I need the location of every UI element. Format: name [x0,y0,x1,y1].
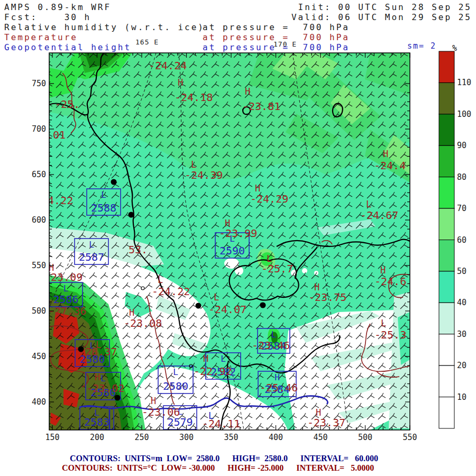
x-axis-label: 450 [313,433,327,442]
temp-extremum-value: -23.99 [219,227,257,240]
station-dot [115,395,121,401]
colorbar-segment [439,240,454,271]
contour-info-height: CONTOURS: UNITS=m LOW= 2580.0 HIGH= 2580… [70,454,378,463]
colorbar-segment [439,114,454,145]
temp-extremum-letter: H [380,265,386,276]
height-extremum-letter: L [63,283,69,294]
temp-extremum-letter: H [151,396,156,406]
x-axis-label: 550 [402,433,417,442]
colorbar-tick-label: 60 [457,235,466,245]
height-extremum-value: 2587 [79,251,104,263]
height-extremum-letter: L [173,367,178,377]
height-extremum-letter: L [221,354,226,364]
station-dot [196,303,202,309]
temp-extremum-value: -24.22 [152,285,190,298]
temp-extremum-value: -23.46 [252,339,290,352]
height-extremum-value: 2580 [163,380,188,392]
temp-extremum-letter: H [178,77,183,88]
colorbar-tick-label: 100 [457,109,471,119]
contour-info-temperature: CONTOURS: UNITS=°C LOW= -30.000 HIGH= -2… [62,463,374,473]
colorbar-segment [439,51,454,83]
temp-extremum-letter: L [214,292,219,303]
temp-extremum-value: -23.75 [308,291,346,304]
colorbar-tick-label: 90 [457,141,466,150]
temp-extremum-value: -25.46 [260,381,298,394]
y-axis-label: 550 [32,261,46,270]
x-axis-label: 500 [358,433,372,442]
y-axis-label: 450 [32,352,46,361]
temp-extremum-value: -24.22 [35,194,73,207]
temp-extremum-value: -22.92 [194,365,232,378]
temp-extremum-value: -23.08 [124,317,162,329]
temp-extremum-value: -24.6 [374,275,406,288]
colorbar-tick-label: 40 [457,298,466,307]
height-extremum-value: 2590 [219,244,245,257]
temp-extremum-value: -25. [54,98,80,111]
colorbar-segment [439,334,454,365]
station-dot [129,212,134,218]
colorbar-segment [439,303,454,334]
height-extremum-letter: L [89,240,94,250]
temp-extremum-value: -23.09 [44,271,83,283]
weather-chart-figure: AMPS 0.89-km WRF Init: 00 UTC Sun 28 Sep… [0,0,476,476]
temp-extremum-letter: L [158,274,163,285]
temp-extremum-value: -24.24 [149,59,187,72]
colorbar-segment [439,83,454,114]
colorbar: 110100908070605040302010 [439,51,471,428]
temp-extremum-letter: H [383,149,388,159]
temp-extremum-letter: L [191,159,196,170]
temp-extremum-value: -23.06 [142,406,180,418]
temp-extremum-letter: H [95,372,100,382]
colorbar-segment [439,365,454,397]
colorbar-tick-label: 10 [457,392,466,402]
height-extremum-value: 2588 [91,202,116,214]
colorbar-tick-label: 20 [457,361,466,370]
y-axis-label: 400 [32,397,46,407]
temp-extremum-letter: L [381,318,386,328]
y-axis-label: 600 [32,215,46,225]
colorbar-segment [439,177,454,208]
temp-extremum-letter: H [255,183,260,194]
temp-extremum-value: -24.67 [360,209,398,222]
temp-extremum-value: -23.02 [86,382,124,395]
x-axis-label: 300 [179,433,194,442]
temp-extremum-value: -23.37 [307,416,345,429]
colorbar-tick-label: 80 [457,172,466,182]
colorbar-segment [439,145,454,177]
height-extremum-value: 2586 [53,293,78,306]
height-extremum-letter: L [101,190,106,200]
temp-extremum-value: 53. [129,243,148,256]
station-dot [111,179,117,185]
station-dot [78,346,84,352]
y-axis-label: 750 [32,79,46,88]
temp-extremum-letter: L [366,199,371,209]
temp-extremum-value: -24.4 [374,159,406,172]
temp-extremum-value: -24.18 [175,91,213,104]
temp-extremum-value: -24.39 [185,169,223,181]
height-extremum-letter: L [271,329,277,340]
map-plot: L2588L2587L2586L2590L2580L2580L2580L2582… [0,0,476,476]
colorbar-tick-label: 70 [457,204,466,213]
colorbar-tick-label: 50 [457,267,466,276]
y-axis-label: 650 [32,170,46,179]
colorbar-segment [439,397,454,428]
temp-extremum-value: -25.3 [374,328,406,341]
colorbar-tick-label: 30 [457,329,466,339]
temp-extremum-value: -24.11 [202,417,240,430]
x-axis-label: 350 [224,433,238,442]
station-dot [260,303,266,308]
temp-extremum-value: -25.7 [261,262,293,275]
colorbar-segment [439,208,454,240]
temp-extremum-letter: H [203,353,208,364]
x-axis-label: 250 [134,433,149,442]
colorbar-tick-label: 110 [457,78,471,87]
y-axis-label: 700 [32,124,46,134]
colorbar-segment [439,271,454,303]
x-axis-label: 400 [269,433,283,442]
x-axis-label: 200 [90,433,104,442]
temp-extremum-letter: H [245,86,250,97]
y-axis-label: 500 [32,306,46,316]
temp-extremum-letter: H [129,307,134,318]
temp-extremum-value: -24.07 [208,303,246,316]
temp-extremum-value: -28.37 [79,345,117,358]
